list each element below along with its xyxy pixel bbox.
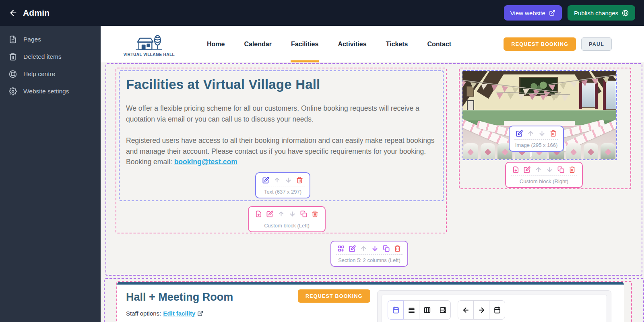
admin-sidebar: Pages Deleted items Help centre Website … — [0, 26, 101, 322]
rows-view-button[interactable] — [435, 300, 451, 320]
today-button[interactable] — [489, 300, 505, 320]
intro-paragraph: We offer a flexible pricing scheme for a… — [126, 103, 438, 124]
site-logo[interactable]: VIRTUAL VILLAGE HALL — [120, 28, 178, 61]
move-down-icon[interactable] — [546, 166, 553, 173]
nav-item-home[interactable]: Home — [197, 26, 234, 62]
calendar-view-button[interactable] — [388, 300, 404, 320]
sidebar-item-pages[interactable]: Pages — [0, 31, 101, 48]
prev-period-button[interactable] — [458, 300, 474, 320]
sidebar-item-label: Pages — [23, 36, 41, 43]
site-preview: VIRTUAL VILLAGE HALL Home Calendar Facil… — [101, 26, 644, 322]
list-icon — [408, 306, 415, 314]
delete-icon[interactable] — [550, 130, 557, 137]
block-label: Custom block (Left) — [264, 223, 310, 229]
columns-icon — [423, 306, 431, 314]
facility-request-booking-button[interactable]: REQUEST BOOKING — [298, 289, 370, 303]
custom-block-left-controls: Custom block (Left) — [248, 206, 326, 232]
facility-title: Hall + Meeting Room — [126, 291, 233, 303]
nav-item-calendar[interactable]: Calendar — [234, 26, 281, 62]
edit-facility-link[interactable]: Edit facility — [163, 310, 195, 317]
nav-label: Facilities — [291, 41, 318, 48]
image-block-controls: Image (295 x 166) — [509, 126, 564, 152]
move-up-icon[interactable] — [274, 177, 281, 184]
move-up-icon[interactable] — [360, 245, 367, 252]
globe-icon — [622, 10, 629, 17]
move-down-icon[interactable] — [372, 245, 378, 252]
delete-icon[interactable] — [569, 166, 576, 173]
nav-item-tickets[interactable]: Tickets — [376, 26, 418, 62]
back-arrow-icon[interactable] — [9, 8, 18, 17]
move-down-icon[interactable] — [285, 177, 292, 184]
user-button[interactable]: PAUL — [581, 37, 612, 51]
section-5-controls: Section 5: 2 columns (Left) — [330, 241, 408, 267]
text-block-controls: Text (637 x 297) — [255, 172, 310, 198]
admin-app: Admin View website Publish changes Pages… — [0, 0, 644, 322]
view-switch-group — [388, 300, 451, 320]
arrow-left-icon — [462, 306, 470, 314]
add-block-icon[interactable] — [255, 211, 262, 217]
edit-icon[interactable] — [349, 245, 356, 252]
sidebar-item-label: Website settings — [23, 88, 69, 95]
custom-block-right-controls: Custom block (Right) — [505, 162, 583, 188]
facility-block-outline[interactable]: Hall + Meeting Room REQUEST BOOKING Staf… — [116, 281, 632, 322]
view-website-button[interactable]: View website — [504, 5, 562, 21]
nav-item-contact[interactable]: Contact — [417, 26, 461, 62]
duplicate-icon[interactable] — [300, 211, 307, 217]
facility-card-top-bar — [117, 282, 624, 285]
delete-icon[interactable] — [312, 211, 318, 217]
duplicate-icon[interactable] — [383, 245, 390, 252]
calendar-panel — [382, 295, 607, 322]
add-block-icon[interactable] — [512, 166, 519, 173]
booking-email-link[interactable]: booking@test.com — [174, 158, 237, 166]
photo-beam — [501, 71, 578, 74]
edit-icon[interactable] — [516, 130, 523, 137]
add-section-icon[interactable] — [338, 245, 345, 252]
staff-options-row: Staff options: Edit facility — [126, 310, 203, 317]
list-view-button[interactable] — [403, 300, 419, 320]
delete-icon[interactable] — [394, 245, 401, 252]
nav-label: Contact — [427, 41, 451, 48]
edit-icon[interactable] — [262, 177, 269, 184]
block-label: Section 5: 2 columns (Left) — [338, 257, 400, 263]
page-title: Facilities at Virtual Village Hall — [126, 77, 438, 92]
admin-title: Admin — [23, 8, 50, 18]
move-up-icon[interactable] — [278, 211, 285, 217]
columns-view-button[interactable] — [419, 300, 435, 320]
nav-label: Tickets — [386, 41, 408, 48]
edit-icon[interactable] — [524, 166, 530, 173]
trash-icon — [9, 53, 17, 61]
edit-icon[interactable] — [266, 211, 273, 217]
sidebar-item-help-centre[interactable]: Help centre — [0, 65, 101, 83]
staff-options-label: Staff options: — [126, 310, 161, 317]
logo-text: VIRTUAL VILLAGE HALL — [123, 52, 174, 57]
move-down-icon[interactable] — [289, 211, 296, 217]
sidebar-item-website-settings[interactable]: Website settings — [0, 83, 101, 100]
move-down-icon[interactable] — [539, 130, 545, 137]
duplicate-icon[interactable] — [557, 166, 564, 173]
sidebar-item-label: Help centre — [23, 70, 55, 78]
move-up-icon[interactable] — [527, 130, 534, 137]
details-text: Registered users have access to all thei… — [126, 136, 435, 155]
publish-changes-label: Publish changes — [574, 10, 618, 17]
request-booking-button[interactable]: REQUEST BOOKING — [504, 37, 576, 51]
move-up-icon[interactable] — [535, 166, 542, 173]
nav-label: Calendar — [244, 41, 271, 48]
site-nav: Home Calendar Facilities Activities Tick… — [197, 26, 461, 62]
external-link-icon — [549, 10, 555, 16]
site-header: VIRTUAL VILLAGE HALL Home Calendar Facil… — [101, 26, 644, 62]
pages-icon — [9, 35, 17, 43]
block-label: Image (295 x 166) — [515, 142, 558, 148]
nav-item-activities[interactable]: Activities — [328, 26, 376, 62]
booking-email-label: Booking email: — [126, 158, 174, 166]
date-nav-group — [458, 300, 505, 320]
calendar-toolbar — [388, 300, 505, 320]
booking-calendar-widget — [377, 290, 611, 322]
sidebar-item-deleted-items[interactable]: Deleted items — [0, 48, 101, 65]
publish-changes-button[interactable]: Publish changes — [568, 5, 635, 21]
next-period-button[interactable] — [473, 300, 489, 320]
delete-icon[interactable] — [296, 177, 303, 184]
calendar-icon — [392, 306, 400, 314]
nav-item-facilities[interactable]: Facilities — [281, 26, 328, 62]
details-paragraph: Registered users have access to all thei… — [126, 135, 438, 167]
rows-icon — [439, 306, 447, 314]
